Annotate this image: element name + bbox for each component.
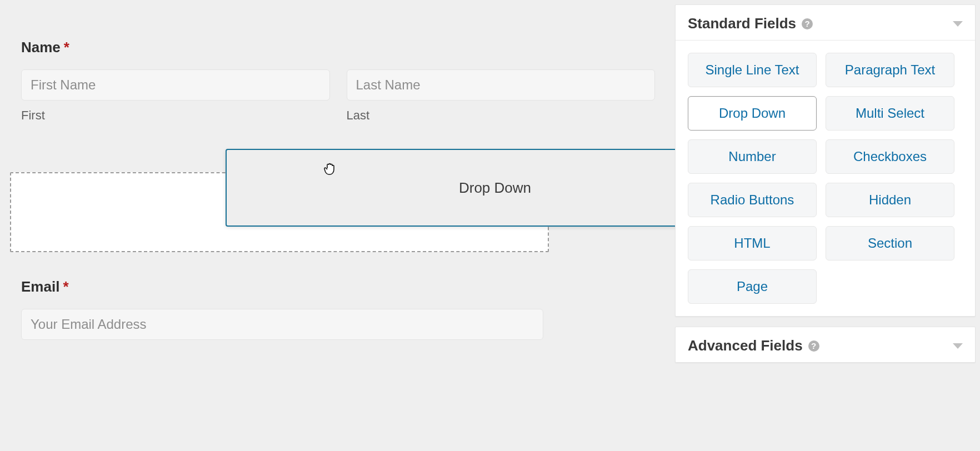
standard-fields-header[interactable]: Standard Fields ?: [676, 5, 975, 41]
dragging-label: Drop Down: [459, 179, 531, 197]
first-sublabel: First: [21, 108, 330, 123]
required-star: *: [64, 39, 69, 56]
email-field-label: Email*: [21, 278, 655, 295]
field-type-button[interactable]: Multi Select: [826, 96, 954, 131]
standard-fields-panel: Standard Fields ? Single Line TextParagr…: [675, 4, 976, 317]
field-type-button[interactable]: Paragraph Text: [826, 53, 954, 87]
first-name-input[interactable]: [21, 69, 330, 101]
field-type-button[interactable]: Single Line Text: [688, 53, 817, 87]
last-name-input[interactable]: [347, 69, 656, 101]
field-type-button[interactable]: HTML: [688, 226, 817, 260]
field-type-button[interactable]: Number: [688, 139, 817, 174]
field-type-button[interactable]: Hidden: [826, 183, 954, 217]
name-field-label: Name*: [21, 39, 655, 56]
help-icon[interactable]: ?: [808, 340, 819, 352]
advanced-fields-title: Advanced Fields: [688, 337, 803, 354]
field-type-button[interactable]: Section: [826, 226, 954, 260]
standard-fields-title: Standard Fields: [688, 15, 796, 32]
name-label-text: Name: [21, 39, 61, 56]
name-row: First Last: [21, 69, 655, 123]
email-input[interactable]: [21, 309, 543, 340]
last-sublabel: Last: [347, 108, 656, 123]
field-type-button[interactable]: Radio Buttons: [688, 183, 817, 217]
advanced-fields-panel: Advanced Fields ?: [675, 327, 976, 363]
chevron-down-icon: [953, 343, 963, 349]
email-label-text: Email: [21, 278, 59, 295]
standard-fields-body: Single Line TextParagraph TextDrop DownM…: [676, 41, 975, 316]
help-icon[interactable]: ?: [802, 18, 813, 29]
required-star: *: [63, 278, 68, 295]
field-palette: Standard Fields ? Single Line TextParagr…: [675, 4, 976, 363]
chevron-down-icon: [953, 21, 963, 27]
field-type-button[interactable]: Checkboxes: [826, 139, 954, 174]
field-type-button[interactable]: Page: [688, 269, 817, 304]
advanced-fields-header[interactable]: Advanced Fields ?: [676, 327, 975, 362]
field-type-button[interactable]: Drop Down: [688, 96, 817, 131]
